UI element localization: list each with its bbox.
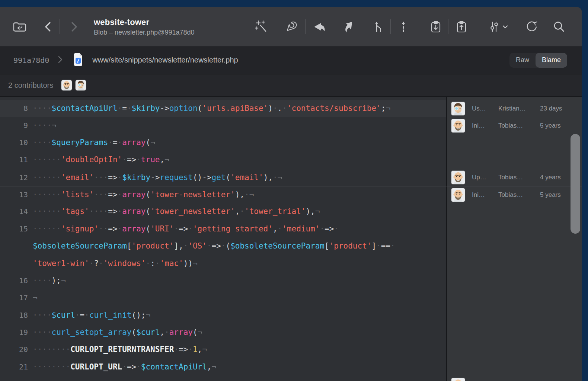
history-back-icon[interactable] (43, 19, 53, 34)
line-number (0, 238, 28, 255)
contributor-avatar-tobias[interactable] (61, 80, 72, 90)
line-number: 16 (0, 272, 28, 289)
code-line[interactable]: ······'tags'····=>·array('tower_newslett… (33, 203, 446, 220)
raw-button[interactable]: Raw (509, 53, 536, 68)
code-line[interactable]: ········CURLOPT_URL·=>·$contactApiUrl,¬ (33, 359, 446, 376)
vertical-scrollbar-thumb[interactable] (571, 134, 580, 234)
quick-actions-wand-icon[interactable] (254, 19, 268, 34)
code-row: 17¬ (0, 289, 582, 307)
code-row: 10····$queryParams·=·array(¬ (0, 134, 582, 151)
code-line[interactable]: ······'email'···=>·$kirby->request()->ge… (33, 169, 446, 186)
blame-annotation[interactable]: Ini…Tobias…5 years (446, 117, 582, 134)
blame-age: 5 years (540, 191, 566, 199)
code-row: 21········CURLOPT_URL·=>·$contactApiUrl,… (0, 359, 582, 376)
code-row: 14······'tags'····=>·array('tower_newsle… (0, 203, 582, 220)
blame-commit-message: Ini… (472, 191, 496, 199)
code-row: 9····¬Ini…Tobias…5 years (0, 117, 582, 134)
contributors-count-label: 2 contributors (8, 81, 53, 90)
repository-title: website-tower (94, 17, 194, 27)
line-number: 19 (0, 324, 28, 341)
contributor-avatars (61, 80, 86, 90)
blame-cell (446, 307, 582, 324)
line-number: 17 (0, 289, 28, 307)
code-row: 20········CURLOPT_RETURNTRANSFER·=>·1,¬ (0, 341, 582, 358)
refresh-icon[interactable] (524, 19, 539, 34)
code-line[interactable]: $obsoleteSourceParam['product'],·'OS'·=>… (33, 238, 446, 255)
code-line[interactable]: ····$curl·=·curl_init();¬ (33, 307, 446, 324)
toolbar-divider (305, 19, 306, 34)
blame-avatar-tobias (451, 188, 465, 202)
code-row: 8····$contactApiUrl·=·$kirby->option('ur… (0, 100, 582, 117)
push-icon[interactable] (340, 19, 355, 34)
code-row: 22········CURLOPT_TIMEOUT·=>·intval('tim… (0, 376, 582, 381)
code-line[interactable]: ¬ (33, 289, 446, 307)
workflow-sliders-icon[interactable] (488, 19, 509, 34)
code-line[interactable]: ······'doubleOptIn'·=>·true,¬ (33, 151, 446, 169)
line-number: 13 (0, 186, 28, 203)
code-line[interactable]: ····$contactApiUrl·=·$kirby->option('url… (33, 100, 446, 117)
blame-cell (446, 134, 582, 151)
blame-cell (446, 359, 582, 376)
code-row: 12······'email'···=>·$kirby->request()->… (0, 169, 582, 186)
blame-avatar-tobias (451, 378, 465, 381)
code-row: 'tower1-win'·?·'windows'·:·'mac'))¬ (0, 255, 582, 272)
code-row: 13······'lists'···=>·array('tower-newsle… (0, 186, 582, 203)
blame-annotation[interactable]: Ini…Tobias…5 years (446, 376, 582, 381)
blame-age: 4 years (540, 174, 566, 181)
undo-icon[interactable] (284, 19, 300, 34)
code-line[interactable] (33, 97, 446, 100)
file-path-bar: 991a78d0 www/site/snippets/newsletter/ne… (0, 47, 582, 74)
line-number: 22 (0, 376, 28, 381)
raw-blame-toggle: Raw Blame (509, 53, 567, 68)
code-line[interactable]: ········CURLOPT_TIMEOUT·=>·intval('timeo… (33, 376, 446, 381)
code-line[interactable]: ····¬ (33, 117, 446, 134)
toolbar-divider (335, 19, 335, 34)
stash-icon[interactable] (429, 19, 443, 34)
code-line[interactable]: 'tower1-win'·?·'windows'·:·'mac'))¬ (33, 255, 446, 272)
blame-cell (446, 97, 582, 100)
blame-annotation[interactable]: Us…Kristian…23 days (446, 100, 582, 117)
rebase-icon[interactable] (398, 19, 409, 34)
back-to-repositories-folder-icon[interactable] (12, 19, 28, 34)
code-row-partial (0, 97, 582, 100)
history-forward-icon[interactable] (69, 19, 79, 34)
line-number: 10 (0, 134, 28, 151)
blame-cell (446, 272, 582, 289)
blame-cell (446, 289, 582, 307)
breadcrumb-file-path[interactable]: www/site/snippets/newsletter/newsletter.… (92, 56, 238, 64)
line-number: 15 (0, 221, 28, 238)
code-row: 11······'doubleOptIn'·=>·true,¬ (0, 151, 582, 169)
blame-author: Tobias… (498, 174, 538, 181)
blame-avatar-tobias (451, 119, 465, 132)
search-icon[interactable] (552, 19, 566, 34)
tower-window: website-tower Blob – newsletter.php@991a… (0, 7, 582, 381)
blame-cell (446, 203, 582, 220)
code-line[interactable]: ········CURLOPT_RETURNTRANSFER·=>·1,¬ (33, 341, 446, 358)
stash-apply-icon[interactable] (454, 19, 469, 34)
view-subtitle: Blob – newsletter.php@991a78d0 (94, 28, 194, 36)
toolbar-divider (60, 19, 60, 34)
window-title-block: website-tower Blob – newsletter.php@991a… (94, 17, 194, 36)
code-line[interactable]: ····);¬ (33, 272, 446, 289)
blame-button[interactable]: Blame (536, 53, 567, 68)
line-number: 12 (0, 169, 28, 186)
code-line[interactable]: ······'lists'···=>·array('tower-newslett… (33, 186, 446, 203)
pull-icon[interactable] (312, 19, 326, 34)
blame-age: 23 days (540, 105, 566, 112)
blame-author: Kristian… (498, 105, 538, 112)
commit-hash[interactable]: 991a78d0 (13, 56, 49, 65)
contributor-avatar-kristian[interactable] (76, 80, 86, 90)
blame-annotation[interactable]: Up…Tobias…4 years (446, 169, 582, 186)
code-line[interactable]: ····$queryParams·=·array(¬ (33, 134, 446, 151)
code-line[interactable]: ····curl_setopt_array($curl,·array(¬ (33, 324, 446, 341)
code-row: 18····$curl·=·curl_init();¬ (0, 307, 582, 324)
contributors-bar: 2 contributors (0, 74, 582, 97)
blame-cell (446, 151, 582, 169)
code-row: $obsoleteSourceParam['product'],·'OS'·=>… (0, 238, 582, 255)
line-number: 21 (0, 359, 28, 376)
merge-icon[interactable] (372, 19, 384, 34)
blame-author: Tobias… (498, 191, 538, 199)
toolbar: website-tower Blob – newsletter.php@991a… (0, 7, 582, 47)
code-line[interactable]: ······'signup'··=>·array('URI'·=>·'getti… (33, 221, 446, 238)
blame-annotation[interactable]: Ini…Tobias…5 years (446, 186, 582, 203)
